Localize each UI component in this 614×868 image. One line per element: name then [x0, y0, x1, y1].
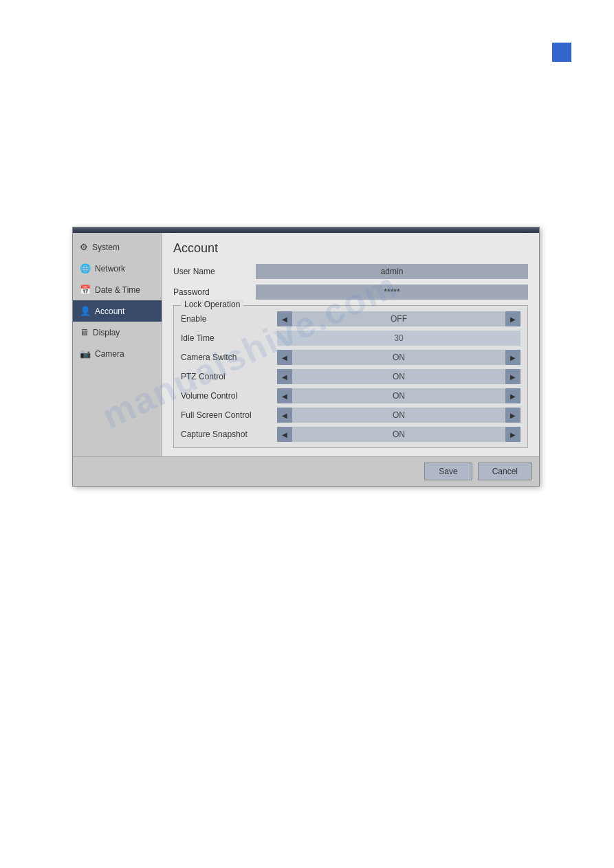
- calendar-icon: 📅: [80, 285, 91, 295]
- password-row: Password *****: [173, 285, 528, 300]
- sidebar-label-account: Account: [95, 307, 124, 316]
- cancel-button[interactable]: Cancel: [478, 463, 532, 480]
- network-icon: 🌐: [80, 263, 91, 274]
- enable-value: OFF: [292, 311, 505, 326]
- username-row: User Name admin: [173, 264, 528, 279]
- enable-prev-button[interactable]: ◀: [277, 311, 292, 326]
- lock-row-enable: Enable ◀ OFF ▶: [181, 311, 520, 326]
- volume-value: ON: [292, 388, 505, 403]
- sidebar: ⚙ System 🌐 Network 📅 Date & Time 👤 Accou…: [73, 233, 162, 456]
- window-content: ⚙ System 🌐 Network 📅 Date & Time 👤 Accou…: [73, 233, 539, 456]
- lock-control-fullscreen: ◀ ON ▶: [277, 408, 520, 423]
- lock-row-camera-switch: Camera Switch ◀ ON ▶: [181, 350, 520, 365]
- fullscreen-next-button[interactable]: ▶: [505, 408, 520, 423]
- username-value: admin: [256, 264, 528, 279]
- lock-label-fullscreen-control: Full Screen Control: [181, 410, 277, 420]
- sidebar-label-display: Display: [93, 328, 120, 337]
- window-footer: Save Cancel: [73, 456, 539, 486]
- lock-label-capture-snapshot: Capture Snapshot: [181, 430, 277, 439]
- save-button[interactable]: Save: [424, 463, 472, 480]
- gear-icon: ⚙: [80, 242, 88, 252]
- lock-label-volume-control: Volume Control: [181, 391, 277, 401]
- fullscreen-value: ON: [292, 408, 505, 423]
- lock-label-idle-time: Idle Time: [181, 333, 277, 343]
- sidebar-label-network: Network: [95, 264, 125, 274]
- account-icon: 👤: [80, 306, 91, 316]
- lock-row-ptz-control: PTZ Control ◀ ON ▶: [181, 369, 520, 384]
- idle-time-value: 30: [394, 333, 403, 343]
- lock-control-ptz: ◀ ON ▶: [277, 369, 520, 384]
- lock-label-camera-switch: Camera Switch: [181, 353, 277, 362]
- lock-row-fullscreen-control: Full Screen Control ◀ ON ▶: [181, 408, 520, 423]
- sidebar-item-network[interactable]: 🌐 Network: [73, 258, 162, 279]
- ptz-prev-button[interactable]: ◀: [277, 369, 292, 384]
- page-title: Account: [173, 241, 528, 256]
- sidebar-item-account[interactable]: 👤 Account: [73, 300, 162, 322]
- lock-row-volume-control: Volume Control ◀ ON ▶: [181, 388, 520, 403]
- camera-switch-value: ON: [292, 350, 505, 365]
- username-label: User Name: [173, 267, 256, 276]
- sidebar-item-display[interactable]: 🖥 Display: [73, 322, 162, 343]
- sidebar-item-system[interactable]: ⚙ System: [73, 236, 162, 258]
- display-icon: 🖥: [80, 327, 89, 337]
- lock-row-capture-snapshot: Capture Snapshot ◀ ON ▶: [181, 427, 520, 442]
- lock-control-camera-switch: ◀ ON ▶: [277, 350, 520, 365]
- sidebar-label-datetime: Date & Time: [95, 285, 140, 295]
- idle-time-control: 30: [277, 331, 520, 346]
- camera-switch-next-button[interactable]: ▶: [505, 350, 520, 365]
- capture-prev-button[interactable]: ◀: [277, 427, 292, 442]
- lock-label-ptz-control: PTZ Control: [181, 372, 277, 381]
- sidebar-label-system: System: [92, 243, 120, 252]
- volume-next-button[interactable]: ▶: [505, 388, 520, 403]
- sidebar-label-camera: Camera: [95, 349, 124, 359]
- capture-next-button[interactable]: ▶: [505, 427, 520, 442]
- ptz-value: ON: [292, 369, 505, 384]
- enable-next-button[interactable]: ▶: [505, 311, 520, 326]
- main-content: Account User Name admin Password ***** L…: [162, 233, 539, 456]
- password-label: Password: [173, 287, 256, 297]
- sidebar-item-camera[interactable]: 📷 Camera: [73, 343, 162, 364]
- fullscreen-prev-button[interactable]: ◀: [277, 408, 292, 423]
- blue-square-decoration: [552, 43, 571, 62]
- camera-switch-prev-button[interactable]: ◀: [277, 350, 292, 365]
- lock-control-capture: ◀ ON ▶: [277, 427, 520, 442]
- ptz-next-button[interactable]: ▶: [505, 369, 520, 384]
- lock-control-volume: ◀ ON ▶: [277, 388, 520, 403]
- camera-icon: 📷: [80, 348, 91, 359]
- lock-label-enable: Enable: [181, 314, 277, 324]
- sidebar-item-datetime[interactable]: 📅 Date & Time: [73, 279, 162, 300]
- lock-row-idle-time: Idle Time 30: [181, 331, 520, 346]
- lock-operation-group: Lock Operation Enable ◀ OFF ▶ Idle Time …: [173, 305, 528, 448]
- lock-operation-legend: Lock Operation: [181, 300, 243, 309]
- volume-prev-button[interactable]: ◀: [277, 388, 292, 403]
- app-window: ⚙ System 🌐 Network 📅 Date & Time 👤 Accou…: [72, 227, 540, 487]
- lock-control-enable: ◀ OFF ▶: [277, 311, 520, 326]
- password-value: *****: [256, 285, 528, 300]
- title-bar: [73, 227, 539, 233]
- capture-value: ON: [292, 427, 505, 442]
